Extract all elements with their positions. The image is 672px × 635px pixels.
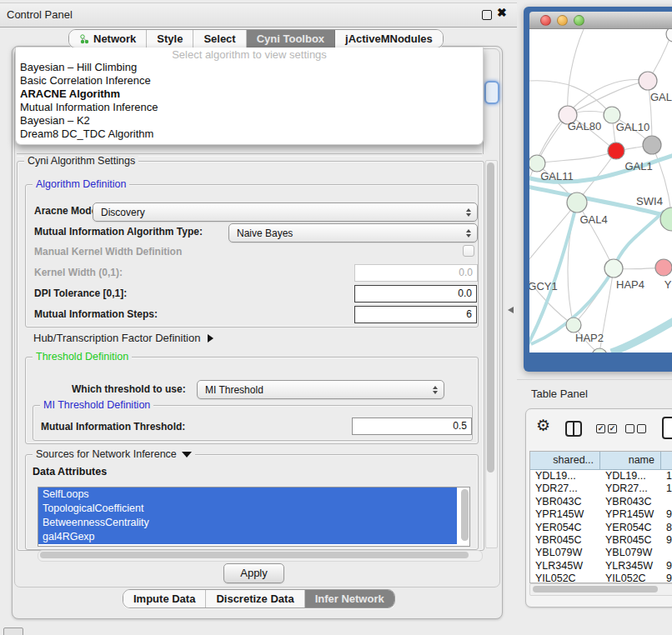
tab-discretize-data[interactable]: Discretize Data: [206, 590, 304, 608]
tab-style[interactable]: Style: [147, 30, 193, 48]
column-header[interactable]: name: [600, 452, 661, 469]
table-horizontal-scrollbar[interactable]: [529, 583, 672, 596]
cyni-bottom-tabs: Impute DataDiscretize DataInfer Network: [123, 589, 395, 608]
control-panel-titlebar: Control Panel ✖: [0, 2, 517, 28]
minimize-traffic-light-icon[interactable]: [557, 15, 568, 26]
panel-title: Control Panel: [7, 8, 73, 21]
network-canvas[interactable]: GALGAL80GAL10GAL1GAL11GAL4SWI4GCY1HAP4YH…: [529, 29, 672, 352]
group-title: Algorithm Definition: [33, 178, 129, 190]
group-title[interactable]: Sources for Network Inference: [33, 448, 195, 460]
spinner-arrows-icon: [462, 229, 474, 238]
network-node-gal11[interactable]: [529, 155, 545, 172]
list-scrollbar[interactable]: [461, 489, 469, 543]
sources-group: Sources for Network Inference Data Attri…: [25, 454, 479, 550]
node-label: GAL11: [540, 170, 574, 182]
group-title: Cyni Algorithm Settings: [24, 155, 138, 167]
network-node[interactable]: [666, 29, 672, 42]
network-node-gal1[interactable]: [608, 142, 624, 159]
tab-infer-network[interactable]: Infer Network: [305, 590, 394, 608]
mi-steps-field[interactable]: 6: [354, 306, 477, 323]
network-node-y[interactable]: [655, 259, 672, 276]
attribute-item-selected[interactable]: SelfLoops: [38, 488, 457, 502]
algorithm-option[interactable]: Bayesian – K2: [16, 114, 483, 128]
manual-kernel-checkbox[interactable]: [463, 245, 474, 257]
table-row[interactable]: YIL052CYIL052C9.: [530, 572, 672, 583]
close-traffic-light-icon[interactable]: [540, 15, 551, 26]
tab-jactivemnodules[interactable]: jActiveMNodules: [335, 30, 443, 48]
tab-select[interactable]: Select: [193, 30, 246, 48]
dpi-tolerance-field[interactable]: 0.0: [354, 285, 477, 302]
control-panel-tabs: NetworkStyleSelectCyni ToolboxjActiveMNo…: [68, 29, 444, 48]
network-node-hap2[interactable]: [566, 318, 581, 332]
table-row[interactable]: YLR345WYLR345W9.: [530, 560, 672, 572]
mi-threshold-field[interactable]: 0.5: [352, 418, 472, 435]
table-row[interactable]: YDL19...YDL19...13: [530, 470, 672, 482]
node-label: Y: [664, 278, 672, 291]
float-window-icon[interactable]: [482, 10, 492, 20]
settings-vertical-scrollbar[interactable]: [485, 160, 498, 548]
table-panel-title: Table Panel: [531, 388, 588, 400]
table-row[interactable]: YBR045CYBR045C9.: [530, 534, 672, 547]
attribute-item-selected[interactable]: gal4RGexp: [38, 530, 457, 544]
mi-algorithm-type-select[interactable]: Naive Bayes: [228, 223, 478, 242]
node-label: GAL1: [624, 160, 652, 172]
apply-button[interactable]: Apply: [223, 563, 284, 583]
column-header[interactable]: shared...: [530, 452, 600, 469]
deselect-all-icon[interactable]: [625, 424, 646, 433]
split-view-icon[interactable]: [565, 421, 582, 437]
network-node-hap4[interactable]: [604, 259, 623, 278]
aracne-mode-select[interactable]: Discovery: [93, 202, 478, 222]
attribute-item-selected[interactable]: BetweennessCentrality: [38, 516, 457, 530]
manual-kernel-label: Manual Kernel Width Definition: [34, 246, 182, 258]
algorithm-dropdown[interactable]: Select algorithm to view settings Bayesi…: [15, 48, 484, 145]
kernel-width-field[interactable]: 0.0: [354, 264, 478, 282]
table-options-icon[interactable]: [662, 417, 672, 439]
algorithm-list: Bayesian – Hill ClimbingBasic Correlatio…: [16, 61, 483, 141]
hub-tf-definition-expander[interactable]: Hub/Transcription Factor Definition: [33, 332, 213, 344]
tab-impute-data[interactable]: Impute Data: [123, 590, 206, 608]
close-icon[interactable]: ✖: [497, 6, 507, 19]
network-window-titlebar[interactable]: [529, 12, 672, 29]
table-panel: ⚙ ✓✓ shared...name YDL19...YDL19...13YDR…: [525, 408, 672, 608]
network-node[interactable]: [643, 136, 661, 154]
algorithm-option[interactable]: Dream8 DC_TDC Algorithm: [16, 128, 483, 141]
gear-icon[interactable]: ⚙: [536, 418, 550, 433]
table-row[interactable]: YBR043CYBR043C: [530, 496, 672, 508]
which-threshold-select[interactable]: MI Threshold: [197, 380, 444, 399]
hub-tf-definition-label: Hub/Transcription Factor Definition: [33, 332, 200, 344]
table-panel-strip: Table Panel: [517, 379, 672, 408]
data-attributes-label: Data Attributes: [33, 466, 107, 478]
network-window[interactable]: GALGAL80GAL10GAL1GAL11GAL4SWI4GCY1HAP4YH…: [524, 7, 672, 372]
algorithm-definition-group: Algorithm Definition Aracne Mode: Discov…: [25, 184, 479, 328]
table-row[interactable]: YDR27...YDR27...12: [530, 482, 672, 495]
table-row[interactable]: YER054CYER054C8.: [530, 522, 672, 534]
network-node-gal4[interactable]: [567, 192, 587, 212]
algorithm-option[interactable]: Basic Correlation Inference: [16, 74, 483, 88]
algorithm-option[interactable]: Mutual Information Inference: [16, 101, 483, 114]
algorithm-option[interactable]: Bayesian – Hill Climbing: [16, 61, 483, 74]
zoom-traffic-light-icon[interactable]: [574, 15, 584, 26]
algorithm-option[interactable]: ARACNE Algorithm: [16, 88, 483, 101]
group-title: Threshold Definition: [33, 351, 132, 362]
attribute-item-selected[interactable]: TopologicalCoefficient: [38, 502, 457, 516]
node-label: GCY1: [529, 280, 558, 292]
splitter-arrow-icon[interactable]: [508, 307, 514, 313]
focused-combo-fragment: [484, 81, 499, 104]
data-attributes-list[interactable]: SelfLoopsTopologicalCoefficientBetweenne…: [38, 487, 470, 547]
network-node-gal[interactable]: [639, 72, 657, 90]
table-row[interactable]: YBL079WYBL079W: [530, 547, 672, 559]
tab-network[interactable]: Network: [69, 30, 147, 48]
screen: Control Panel ✖ NetworkStyleSelectCyni T…: [0, 0, 672, 635]
kernel-width-label: Kernel Width (0,1):: [34, 267, 123, 278]
node-table[interactable]: shared...name YDL19...YDL19...13YDR27...…: [529, 451, 672, 583]
tab-cyni-toolbox[interactable]: Cyni Toolbox: [247, 30, 335, 48]
mi-steps-label: Mutual Information Steps:: [34, 308, 158, 320]
select-all-checked-icon[interactable]: ✓✓: [596, 424, 617, 433]
column-header[interactable]: [661, 452, 672, 469]
network-svg: GALGAL80GAL10GAL1GAL11GAL4SWI4GCY1HAP4YH…: [529, 29, 672, 352]
mi-threshold-label: Mutual Information Threshold:: [41, 421, 185, 432]
minimized-panel-icon[interactable]: [3, 628, 23, 635]
settings-horizontal-scrollbar[interactable]: [38, 550, 483, 562]
network-node[interactable]: [592, 348, 607, 352]
table-row[interactable]: YPR145WYPR145W9.: [530, 508, 672, 521]
